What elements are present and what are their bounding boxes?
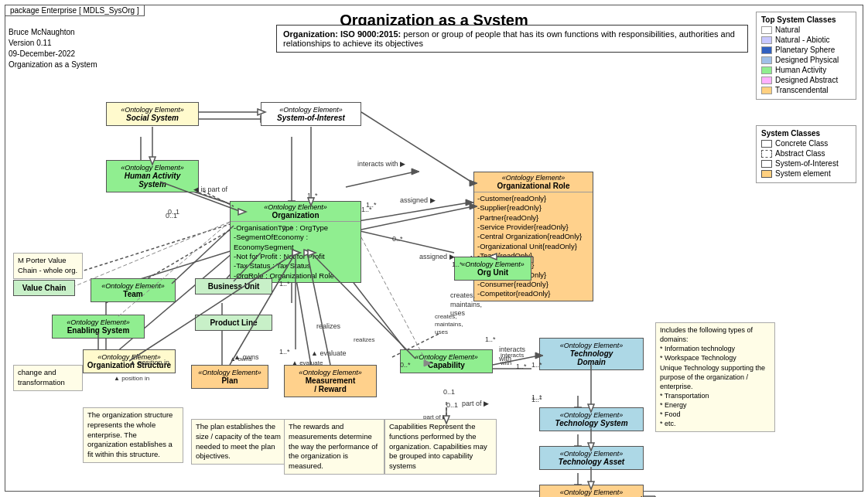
social-system-title: Social System bbox=[110, 114, 195, 122]
planetary-sphere-label: Planetary Sphere bbox=[775, 46, 835, 54]
meta-info: Bruce McNaughton Version 0.11 09-Decembe… bbox=[9, 27, 97, 70]
svg-text:realizes: realizes bbox=[354, 336, 375, 343]
org-attrs: -OrganisationType : OrgType -SegmentOfEc… bbox=[231, 221, 361, 282]
has-stereotype: «Ontology Element» bbox=[110, 164, 195, 172]
legend-planetary-sphere: Planetary Sphere bbox=[761, 46, 851, 54]
tech-system-title: Technology System bbox=[543, 419, 640, 427]
note-measurement: The rewards and measurements determine t… bbox=[284, 419, 384, 475]
natural-abiotic-color bbox=[761, 36, 772, 44]
has-title: Human ActivitySystem bbox=[110, 172, 195, 189]
version: Version 0.11 bbox=[9, 38, 97, 49]
mult-1: 1..* bbox=[307, 192, 318, 199]
date: 09-December-2022 bbox=[9, 49, 97, 60]
mult-6: 1..* bbox=[279, 348, 290, 356]
svg-text:uses: uses bbox=[435, 328, 448, 335]
org-title: Organization bbox=[234, 211, 357, 220]
business-unit-title: Business Unit bbox=[199, 282, 268, 291]
svg-line-24 bbox=[106, 249, 238, 361]
soi-stereotype: «Ontology Element» bbox=[265, 106, 357, 114]
node-team: «Ontology Element» Team bbox=[91, 278, 176, 302]
designed-physical-color bbox=[761, 56, 772, 64]
package-header: package Enterprise [ MDLS_SysOrg ] bbox=[5, 5, 145, 16]
mult-7: 0..* bbox=[400, 361, 411, 369]
tech-domain-note-text: Includes the following types of domains:… bbox=[660, 325, 771, 429]
designed-abstract-label: Designed Abstract bbox=[775, 76, 838, 84]
legend-natural: Natural bbox=[761, 26, 851, 34]
svg-marker-10 bbox=[412, 169, 419, 175]
org-structure-note-text: The organization structure represents th… bbox=[87, 410, 179, 460]
asset-stereotype: «Ontology Element» bbox=[543, 488, 640, 496]
svg-line-9 bbox=[346, 172, 415, 187]
mult-0-1: 0..1 bbox=[166, 212, 177, 220]
node-technology-system: «Ontology Element» Technology System bbox=[539, 407, 644, 431]
org-unit-title: Org Unit bbox=[458, 268, 528, 277]
enabling-title: Enabling System bbox=[56, 326, 141, 335]
node-social-system: «Ontology Element» Social System bbox=[106, 102, 199, 126]
svg-line-71 bbox=[75, 222, 230, 286]
svg-line-65 bbox=[361, 206, 473, 230]
diagram-canvas: assigned ▶ ▲ position in ▲ owns bbox=[5, 87, 863, 491]
org-role-stereotype: «Ontology Element» bbox=[477, 174, 589, 182]
designed-abstract-color bbox=[761, 77, 772, 84]
svg-line-100 bbox=[203, 191, 234, 206]
node-org-role: «Ontology Element» Organizational Role -… bbox=[473, 172, 593, 301]
team-title: Team bbox=[94, 290, 172, 298]
diagram-name: Organization as a System bbox=[9, 60, 97, 70]
interacts-with-bottom-label: interactswith bbox=[499, 346, 525, 363]
legend-human-activity: Human Activity bbox=[761, 66, 851, 74]
svg-line-82 bbox=[361, 237, 427, 363]
human-activity-label: Human Activity bbox=[775, 66, 826, 74]
node-business-unit: Business Unit bbox=[195, 278, 272, 294]
mult-4: 1..* bbox=[452, 260, 463, 268]
natural-abiotic-label: Natural - Abiotic bbox=[775, 36, 830, 44]
evaluate-label: ▲ evaluate bbox=[311, 349, 346, 357]
note-change: change andtransformation bbox=[13, 365, 83, 391]
org-role-title: Organizational Role bbox=[477, 182, 589, 190]
tech-system-stereotype: «Ontology Element» bbox=[543, 411, 640, 419]
natural-color bbox=[761, 26, 772, 34]
svg-line-15 bbox=[354, 230, 454, 253]
note-m-porter: M Porter Value Chain - whole org. bbox=[13, 253, 83, 279]
node-plan: «Ontology Element» Plan bbox=[191, 365, 268, 389]
note-plan: The plan establishes the size / capacity… bbox=[191, 419, 292, 465]
planetary-sphere-color bbox=[761, 46, 772, 54]
node-technology-domain: «Ontology Element» TechnologyDomain bbox=[539, 338, 644, 370]
org-stereotype: «Ontology Element» bbox=[234, 203, 357, 211]
measurement-note-text: The rewards and measurements determine t… bbox=[289, 422, 380, 471]
node-measurement: «Ontology Element» Measurement/ Reward bbox=[284, 365, 377, 397]
change-text: change andtransformation bbox=[18, 368, 78, 388]
capability-title: Capability bbox=[404, 361, 489, 369]
note-tech-domain: Includes the following types of domains:… bbox=[655, 322, 775, 432]
outer-border: package Enterprise [ MDLS_SysOrg ] Organ… bbox=[5, 5, 863, 492]
product-line-title: Product Line bbox=[199, 318, 268, 327]
plan-title: Plan bbox=[195, 376, 265, 385]
natural-label: Natural bbox=[775, 26, 800, 34]
plan-stereotype: «Ontology Element» bbox=[195, 369, 265, 376]
position-in-label: ▲ position in bbox=[129, 359, 169, 366]
social-system-stereotype: «Ontology Element» bbox=[110, 106, 195, 114]
node-technology-asset: «Ontology Element» Technology Asset bbox=[539, 446, 644, 470]
mult-8: 0..1 bbox=[443, 388, 455, 396]
enabling-stereotype: «Ontology Element» bbox=[56, 318, 141, 326]
tech-asset-title: Technology Asset bbox=[543, 458, 640, 466]
part-of-label: part of ▶ bbox=[462, 400, 489, 407]
is-part-of-label: ◀ is part of bbox=[193, 186, 227, 193]
mult-9: 1..* bbox=[531, 361, 542, 369]
svg-text:▲ position in: ▲ position in bbox=[114, 375, 149, 382]
designed-physical-label: Designed Physical bbox=[775, 56, 839, 64]
author: Bruce McNaughton bbox=[9, 27, 97, 38]
org-unit-stereotype: «Ontology Element» bbox=[458, 260, 528, 268]
svg-text:0..1: 0..1 bbox=[446, 401, 458, 409]
capability-stereotype: «Ontology Element» bbox=[404, 353, 489, 361]
node-product-line: Product Line bbox=[195, 315, 272, 331]
node-organization: «Ontology Element» Organization -Organis… bbox=[230, 201, 361, 283]
measurement-stereotype: «Ontology Element» bbox=[288, 369, 373, 376]
mult-3: 0..* bbox=[282, 224, 293, 232]
node-asset: «Ontology Element» Asset bbox=[539, 485, 644, 497]
owns-label: ▲ owns bbox=[234, 353, 258, 361]
svg-text:1..*: 1..* bbox=[485, 335, 496, 343]
node-org-unit: «Ontology Element» Org Unit bbox=[454, 257, 531, 281]
plan-note-text: The plan establishes the size / capacity… bbox=[196, 422, 287, 461]
node-enabling-system: «Ontology Element» Enabling System bbox=[52, 315, 145, 339]
svg-line-72 bbox=[172, 226, 234, 284]
